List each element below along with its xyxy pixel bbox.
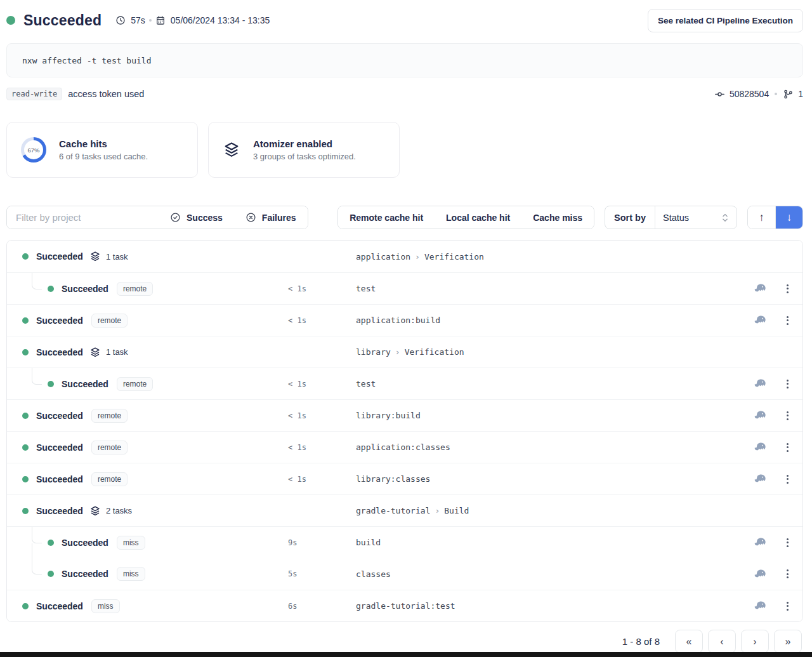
row-menu-kebab-icon[interactable] (784, 314, 791, 328)
cache-status-badge: miss (117, 536, 145, 550)
filter-bar: Success Failures Remote cache hit Local … (6, 206, 803, 229)
task-name: build (356, 538, 381, 547)
gradle-icon[interactable] (754, 442, 768, 453)
gradle-icon[interactable] (754, 601, 768, 611)
task-duration: < 1s (288, 316, 306, 325)
cache-hits-card: 67% Cache hits 6 of 9 tasks used cache. (6, 122, 198, 178)
gradle-icon[interactable] (754, 537, 768, 548)
task-group-row[interactable]: Succeeded1 tasklibrary›Verification (7, 336, 802, 368)
task-name: classes (356, 569, 391, 579)
gradle-icon[interactable] (754, 474, 768, 484)
row-status-label: Succeeded (62, 379, 108, 389)
row-lead: Succeededremote (7, 441, 128, 455)
task-row[interactable]: Succeededremote< 1sapplication:build (7, 304, 802, 336)
row-lead: Succeeded1 task (7, 251, 128, 262)
task-duration: < 1s (288, 284, 306, 293)
success-filter-button[interactable]: Success (159, 206, 234, 229)
cache-miss-button[interactable]: Cache miss (521, 206, 594, 229)
cache-status-badge: remote (91, 314, 128, 328)
page-title: Succeeded (23, 12, 102, 29)
prev-page-button[interactable]: ‹ (708, 630, 736, 653)
row-lead: Succeeded1 task (7, 347, 128, 358)
cache-status-badge: remote (91, 441, 128, 455)
row-menu-kebab-icon[interactable] (784, 599, 791, 613)
cache-status-badge: remote (117, 282, 153, 296)
next-page-button[interactable]: › (741, 630, 769, 653)
row-menu-kebab-icon[interactable] (784, 377, 791, 391)
failures-filter-label: Failures (262, 213, 296, 223)
remote-cache-hit-button[interactable]: Remote cache hit (338, 206, 435, 229)
task-duration: < 1s (288, 380, 306, 388)
gradle-icon[interactable] (754, 378, 768, 389)
sort-direction-group: ↑ ↓ (747, 206, 803, 229)
sort-descending-button[interactable]: ↓ (775, 206, 802, 229)
atomizer-card: Atomizer enabled 3 groups of tasks optim… (208, 122, 400, 178)
branch-count: 1 (798, 89, 803, 99)
task-duration: 5s (288, 569, 297, 578)
gradle-icon[interactable] (754, 283, 768, 294)
check-circle-icon (170, 212, 181, 223)
task-name: test (356, 284, 376, 293)
task-group-row[interactable]: Succeeded1 taskapplication›Verification (7, 241, 802, 272)
first-page-button[interactable]: « (675, 630, 703, 653)
row-status-label: Succeeded (36, 506, 83, 516)
run-detail-page: Succeeded 57s 05/06/2024 13:34 - 13:35 S… (0, 0, 812, 657)
tree-connector (32, 368, 42, 385)
gradle-icon[interactable] (754, 410, 768, 421)
row-menu-kebab-icon[interactable] (784, 441, 791, 455)
gradle-icon[interactable] (754, 569, 768, 580)
task-row[interactable]: Succeededmiss5sclasses (7, 558, 802, 590)
task-row[interactable]: Succeededremote< 1slibrary:classes (7, 463, 802, 494)
status-dot (22, 253, 29, 260)
row-actions (754, 409, 791, 423)
gradle-icon[interactable] (754, 315, 768, 326)
commit-icon (714, 89, 725, 100)
row-actions (754, 599, 791, 613)
related-pipeline-button[interactable]: See related CI Pipeline Execution (648, 9, 803, 32)
header: Succeeded 57s 05/06/2024 13:34 - 13:35 S… (6, 8, 803, 33)
row-status-label: Succeeded (36, 474, 83, 484)
row-status-label: Succeeded (36, 251, 83, 262)
row-status-label: Succeeded (36, 315, 83, 326)
commit-hash[interactable]: 50828504 (730, 89, 769, 99)
task-count-label: 2 tasks (106, 506, 132, 515)
row-lead: Succeededremote (7, 472, 128, 486)
row-menu-kebab-icon[interactable] (784, 567, 791, 581)
status-dot (22, 476, 29, 482)
last-page-button[interactable]: » (774, 630, 802, 653)
task-group-row[interactable]: Succeeded2 tasksgradle-tutorial›Build (7, 494, 802, 526)
row-menu-kebab-icon[interactable] (784, 472, 791, 486)
task-row[interactable]: Succeededremote< 1stest (7, 272, 802, 304)
row-menu-kebab-icon[interactable] (784, 282, 791, 296)
task-row[interactable]: Succeededremote< 1stest (7, 368, 802, 399)
local-cache-hit-button[interactable]: Local cache hit (435, 206, 521, 229)
success-filter-label: Success (187, 213, 223, 223)
row-lead: Succeededremote (7, 282, 153, 296)
sort-status-select[interactable]: Status (655, 206, 737, 229)
row-menu-kebab-icon[interactable] (784, 536, 791, 550)
task-row[interactable]: Succeededmiss9sbuild (7, 526, 802, 558)
row-status-label: Succeeded (36, 601, 83, 611)
group-path: gradle-tutorial›Build (356, 506, 469, 515)
task-row[interactable]: Succeededremote< 1slibrary:build (7, 399, 802, 431)
status-dot (48, 381, 54, 387)
cache-status-badge: miss (117, 567, 145, 581)
sort-ascending-button[interactable]: ↑ (748, 206, 775, 229)
sort-value: Status (663, 213, 689, 223)
double-chevron-right-icon: » (785, 636, 791, 647)
duration-text: 57s (131, 15, 145, 25)
project-filter-input[interactable] (7, 206, 159, 229)
cache-hit-percent: 67% (27, 147, 39, 154)
task-row[interactable]: Succeededremote< 1sapplication:classes (7, 431, 802, 463)
bottom-window-edge (0, 652, 812, 657)
task-name: application:build (356, 315, 440, 325)
chevron-left-icon: ‹ (720, 636, 723, 647)
task-row[interactable]: Succeededmiss6sgradle-tutorial:test (7, 590, 802, 621)
row-status-label: Succeeded (36, 442, 83, 453)
status-dot (22, 413, 29, 419)
failures-filter-button[interactable]: Failures (234, 206, 308, 229)
date-meta: 05/06/2024 13:34 - 13:35 (155, 15, 270, 25)
row-menu-kebab-icon[interactable] (784, 409, 791, 423)
chevron-separator-icon: › (435, 506, 440, 515)
tree-connector (32, 558, 42, 574)
